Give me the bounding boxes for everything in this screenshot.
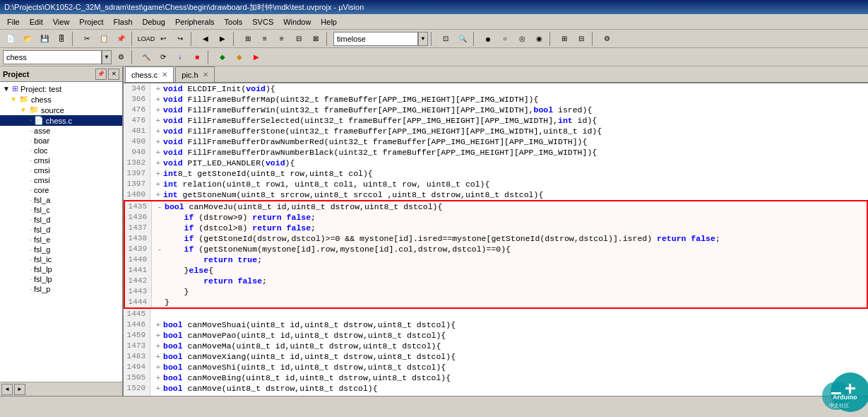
tree-chess-c[interactable]: · 📄 chess.c <box>0 115 122 126</box>
tree-boar[interactable]: · boar <box>0 136 122 146</box>
tree-fsl-g[interactable]: · fsl_g <box>0 245 122 254</box>
code-line-476a: 476 + void FillFrameBufferWin(uint32_t f… <box>124 105 868 115</box>
btn18[interactable]: ⚙ <box>599 31 614 47</box>
tree-fsl-p[interactable]: · fsl_p <box>0 284 122 294</box>
paste-btn[interactable]: 📌 <box>113 31 129 47</box>
fsllp1-label: fsl_lp <box>34 265 52 274</box>
menu-project[interactable]: Project <box>75 16 107 28</box>
project-icon: ⊞ <box>12 84 18 93</box>
btn9[interactable]: ⊠ <box>308 31 323 47</box>
tree-fsl-d2[interactable]: · fsl_d <box>0 225 122 235</box>
tree-chess-folder[interactable]: ▼ 📁 chess <box>0 94 122 105</box>
green-btn[interactable]: ◆ <box>215 49 230 65</box>
tree-cmsi3[interactable]: · cmsi <box>0 175 122 185</box>
timelose-dropdown[interactable]: timelose <box>333 32 418 46</box>
btn8[interactable]: ⊟ <box>291 31 307 47</box>
btn12[interactable]: ● <box>480 31 496 47</box>
redo-btn[interactable]: ↪ <box>172 31 188 47</box>
undo-btn[interactable]: ↩ <box>155 31 171 47</box>
fslc-label: fsl_c <box>34 206 50 214</box>
btn10[interactable]: ⊡ <box>438 31 453 47</box>
tab-bar: chess.c ✕ pic.h ✕ <box>124 66 868 83</box>
btn16[interactable]: ⊞ <box>557 31 572 47</box>
tree-asse[interactable]: · asse <box>0 126 122 136</box>
btn14[interactable]: ◎ <box>514 31 530 47</box>
tree-fsl-ic[interactable]: · fsl_ic <box>0 254 122 264</box>
menu-edit[interactable]: Edit <box>25 16 47 28</box>
scroll-right-btn[interactable]: ► <box>14 384 25 395</box>
timelose-dropdown-arrow[interactable]: ▼ <box>418 32 428 46</box>
new-file-btn[interactable]: 📄 <box>3 31 18 47</box>
red-btn2[interactable]: ▶ <box>249 49 264 65</box>
panel-pin-btn[interactable]: 📌 <box>95 69 107 80</box>
cmsi2-label: cmsi <box>34 166 50 175</box>
menu-debug[interactable]: Debug <box>138 16 170 28</box>
tree-fsl-e[interactable]: · fsl_e <box>0 235 122 245</box>
tab-chess-c[interactable]: chess.c ✕ <box>125 66 174 82</box>
code-line-1382: 1382 + void PIT_LED_HANDLER(void){ <box>124 158 868 168</box>
tree-cloc[interactable]: · cloc <box>0 146 122 155</box>
status-bar <box>0 396 868 410</box>
fsle-label: fsl_e <box>34 235 50 244</box>
cmsi3-label: cmsi <box>34 176 50 184</box>
fsle-icon: · <box>30 235 32 244</box>
yellow-btn[interactable]: ◆ <box>232 49 247 65</box>
fsllp2-label: fsl_lp <box>34 275 52 283</box>
flash-btn[interactable]: ↓ <box>172 49 188 65</box>
btn15[interactable]: ◉ <box>531 31 547 47</box>
copy-btn[interactable]: 📋 <box>96 31 112 47</box>
menu-tools[interactable]: Tools <box>220 16 247 28</box>
nav-back-btn[interactable]: ◀ <box>198 31 213 47</box>
tab-chess-c-close[interactable]: ✕ <box>162 71 167 78</box>
tree-fsl-c[interactable]: · fsl_c <box>0 205 122 215</box>
btn5[interactable]: ⊞ <box>240 31 256 47</box>
menu-flash[interactable]: Flash <box>109 16 137 28</box>
sep3 <box>191 32 195 46</box>
rebuild-btn[interactable]: ⟳ <box>155 49 171 65</box>
menu-peripherals[interactable]: Peripherals <box>171 16 219 28</box>
btn6[interactable]: ≡ <box>257 31 273 47</box>
build-btn[interactable]: 🔨 <box>138 49 154 65</box>
btn13[interactable]: ○ <box>497 31 513 47</box>
open-btn[interactable]: 📂 <box>20 31 35 47</box>
btn11[interactable]: 🔍 <box>455 31 470 47</box>
chess-folder-label: chess <box>31 95 52 104</box>
menu-window[interactable]: Window <box>279 16 315 28</box>
tree-source-folder[interactable]: ▼ 📁 source <box>0 105 122 115</box>
cut-btn[interactable]: ✂ <box>79 31 95 47</box>
menu-file[interactable]: File <box>3 16 24 28</box>
menu-help[interactable]: Help <box>316 16 341 28</box>
menu-svcs[interactable]: SVCS <box>248 16 278 28</box>
fsld2-label: fsl_d <box>34 225 50 234</box>
tree-fsl-lp2[interactable]: · fsl_lp <box>0 274 122 284</box>
chess-settings-btn[interactable]: ⚙ <box>113 49 129 65</box>
tree-cmsi2[interactable]: · cmsi <box>0 165 122 175</box>
code-line-1439: 1439 - if (getStoneNum(mystone[id].row,m… <box>125 244 867 254</box>
btn7[interactable]: ≡ <box>274 31 290 47</box>
code-editor[interactable]: 346 + void ELCDIF_Init(void){ 366 + void… <box>124 83 868 396</box>
stop-btn[interactable]: ■ <box>189 49 205 65</box>
code-line-1459: 1459 + bool canMovePao(uint8_t id,uint8_… <box>124 330 868 341</box>
fsld1-icon: · <box>30 216 32 224</box>
code-line-1505: 1505 + bool canMoveBing(uint8_t id,uint8… <box>124 372 868 383</box>
menu-view[interactable]: View <box>49 16 74 28</box>
tree-core[interactable]: · core <box>0 185 122 195</box>
scroll-left-btn[interactable]: ◄ <box>1 384 13 395</box>
chess-dropdown[interactable]: chess <box>3 50 102 64</box>
chess-dropdown-arrow[interactable]: ▼ <box>102 50 112 64</box>
code-line-490: 490 + void FillFrameBufferDrawNumberRed(… <box>124 136 868 147</box>
tree-project-root[interactable]: ▼ ⊞ Project: test <box>0 83 122 94</box>
load-btn[interactable]: LOAD <box>138 31 154 47</box>
sep7 <box>473 32 477 46</box>
btn17[interactable]: ⊟ <box>573 31 589 47</box>
save-btn[interactable]: 💾 <box>37 31 52 47</box>
tree-fsl-d1[interactable]: · fsl_d <box>0 215 122 225</box>
tab-pic-h[interactable]: pic.h ✕ <box>175 66 214 82</box>
save-all-btn[interactable]: 🗄 <box>54 31 69 47</box>
tree-fsl-a[interactable]: · fsl_a <box>0 195 122 205</box>
tree-fsl-lp1[interactable]: · fsl_lp <box>0 264 122 274</box>
panel-close-btn[interactable]: ✕ <box>108 69 119 80</box>
tree-cmsi1[interactable]: · cmsi <box>0 155 122 165</box>
nav-fwd-btn[interactable]: ▶ <box>215 31 230 47</box>
tab-pic-h-close[interactable]: ✕ <box>203 71 208 78</box>
